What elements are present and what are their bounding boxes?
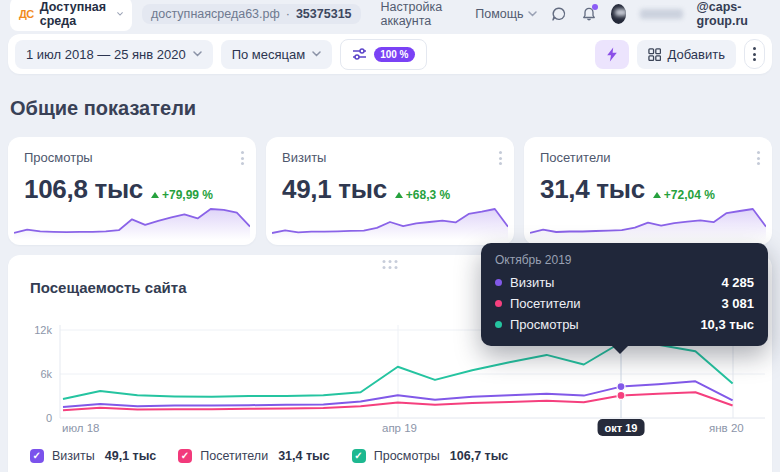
card-value: 49,1 тыс	[282, 174, 387, 205]
card-delta: +72,04 %	[653, 188, 715, 202]
tooltip-label: Посетители	[510, 296, 581, 311]
avatar[interactable]	[611, 4, 626, 24]
date-range-button[interactable]: 1 июл 2018 — 25 янв 2020	[15, 40, 213, 69]
series-dot-icon	[495, 279, 502, 286]
grouping-button[interactable]: По месяцам	[221, 40, 333, 69]
metric-card-views[interactable]: Просмотры 106,8 тыс +79,99 %	[8, 137, 256, 245]
card-title: Просмотры	[24, 150, 240, 165]
legend-label: Просмотры	[374, 449, 440, 463]
legend-item-visits[interactable]: Визиты 49,1 тыс	[30, 449, 156, 463]
y-tick: 0	[8, 412, 52, 424]
delta-up-icon	[653, 192, 661, 198]
card-value: 106,8 тыс	[24, 174, 143, 205]
chevron-down-icon	[117, 11, 123, 17]
tooltip-title: Октябрь 2019	[495, 253, 754, 267]
legend-item-visitors[interactable]: Посетители 31,4 тыс	[178, 449, 329, 463]
notification-dot	[592, 4, 598, 10]
legend-value: 31,4 тыс	[278, 449, 330, 463]
user-email-domain: @caps-group.ru	[697, 0, 770, 28]
counter-meta[interactable]: доступнаясреда63.рф · 35375315	[142, 4, 361, 24]
sparkline-chart	[14, 204, 250, 240]
bell-icon[interactable]	[581, 5, 597, 23]
account-settings-link[interactable]: Настройка аккаунта	[381, 0, 466, 28]
date-range-label: 1 июл 2018 — 25 янв 2020	[26, 47, 186, 62]
y-tick: 12k	[8, 324, 52, 336]
metric-card-visits[interactable]: Визиты 49,1 тыс +68,3 %	[266, 137, 514, 245]
legend-item-views[interactable]: Просмотры 106,7 тыс	[352, 449, 509, 463]
topbar: ДС Доступная среда доступнаясреда63.рф ·…	[0, 0, 780, 28]
dot-separator: ·	[286, 7, 290, 21]
card-value: 31,4 тыс	[540, 174, 645, 205]
counter-id: 35375315	[296, 7, 352, 21]
metric-cards-row: Просмотры 106,8 тыс +79,99 % Визиты 49,1…	[8, 137, 772, 245]
help-label: Помощь	[475, 7, 523, 21]
x-tick: янв 20	[709, 422, 744, 434]
checkbox-checked-icon[interactable]	[30, 449, 44, 463]
sampling-button[interactable]: 100 %	[340, 39, 426, 70]
counter-selector[interactable]: ДС Доступная среда	[10, 0, 132, 31]
tooltip-label: Просмотры	[510, 317, 579, 332]
filter-toolbar: 1 июл 2018 — 25 янв 2020 По месяцам 100 …	[8, 34, 772, 74]
y-tick: 6k	[8, 368, 52, 380]
sparkline-chart	[272, 204, 508, 240]
x-tick: июл 18	[62, 422, 100, 434]
checkbox-checked-icon[interactable]	[352, 449, 366, 463]
tooltip-value: 4 285	[721, 275, 754, 290]
counter-domain: доступнаясреда63.рф	[151, 7, 280, 21]
series-dot-icon	[495, 321, 502, 328]
chart-tooltip: Октябрь 2019 Визиты 4 285 Посетители 3 0…	[481, 243, 768, 346]
widgets-grid-icon	[648, 48, 661, 61]
tooltip-caret	[611, 345, 629, 354]
lightning-icon	[606, 47, 618, 62]
tooltip-row-visits: Визиты 4 285	[495, 272, 754, 293]
checkbox-checked-icon[interactable]	[178, 449, 192, 463]
x-tick: апр 19	[382, 422, 417, 434]
filter-group-left: 1 июл 2018 — 25 янв 2020 По месяцам 100 …	[15, 39, 427, 70]
x-tick-hovered: окт 19	[598, 419, 645, 436]
card-delta: +79,99 %	[151, 188, 213, 202]
sliders-icon	[352, 47, 367, 61]
card-title: Визиты	[282, 150, 498, 165]
legend-label: Визиты	[52, 449, 95, 463]
tooltip-label: Визиты	[510, 275, 554, 290]
legend-value: 106,7 тыс	[450, 449, 509, 463]
metric-card-visitors[interactable]: Посетители 31,4 тыс +72,04 %	[524, 137, 772, 245]
delta-up-icon	[151, 192, 159, 198]
grouping-label: По месяцам	[232, 47, 306, 62]
user-name-redacted	[640, 9, 683, 19]
card-menu-icon[interactable]	[241, 151, 244, 165]
chevron-down-icon	[312, 51, 321, 57]
counter-logo: ДС	[19, 8, 34, 20]
counter-name: Доступная среда	[40, 0, 111, 28]
chevron-down-icon	[193, 51, 202, 57]
help-menu[interactable]: Помощь	[475, 7, 536, 21]
series-dot-icon	[495, 300, 502, 307]
card-menu-icon[interactable]	[499, 151, 502, 165]
quick-actions-button[interactable]	[595, 40, 629, 69]
tooltip-row-visitors: Посетители 3 081	[495, 293, 754, 314]
delta-up-icon	[395, 192, 403, 198]
tooltip-value: 3 081	[721, 296, 754, 311]
page-title: Общие показатели	[10, 97, 780, 120]
legend-label: Посетители	[200, 449, 268, 463]
filter-group-right: Добавить	[595, 39, 765, 69]
add-widget-label: Добавить	[668, 47, 725, 62]
chat-icon[interactable]	[551, 5, 567, 23]
kebab-icon	[753, 47, 756, 61]
card-menu-icon[interactable]	[757, 151, 760, 165]
legend-value: 49,1 тыс	[105, 449, 157, 463]
tooltip-row-views: Просмотры 10,3 тыс	[495, 314, 754, 335]
topbar-icons: @caps-group.ru	[551, 0, 770, 28]
card-delta: +68,3 %	[395, 188, 450, 202]
chevron-down-icon	[528, 11, 537, 17]
chart-legend: Визиты 49,1 тыс Посетители 31,4 тыс Прос…	[30, 449, 508, 463]
card-title: Посетители	[540, 150, 756, 165]
tooltip-value: 10,3 тыс	[700, 317, 754, 332]
sampling-badge: 100 %	[374, 47, 414, 62]
sparkline-chart	[530, 204, 766, 240]
toolbar-more-button[interactable]	[744, 39, 765, 69]
add-widget-button[interactable]: Добавить	[637, 40, 736, 69]
